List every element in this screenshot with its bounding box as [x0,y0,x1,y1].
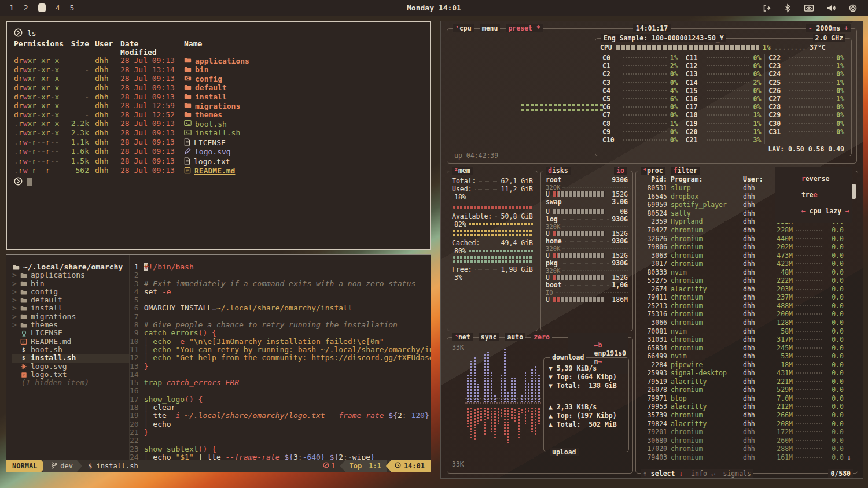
core-id: C13 [686,70,703,78]
tree-item-config[interactable]: >config [12,288,129,296]
process-row[interactable]: 79201chromiumdhh172M0.0 [641,428,854,437]
process-row[interactable]: 30680chromiumdhh260M0.0 [641,436,854,445]
net-auto-toggle[interactable]: auto [505,333,525,341]
process-row[interactable]: 32626chromiumdhh440M0.0 [641,234,854,243]
tree-item-themes[interactable]: >themes [12,321,129,329]
proc-scrollbar-thumb[interactable] [852,184,856,199]
tree-root[interactable]: ~/.local/share/omarchy [12,263,129,271]
process-name: chromium [671,344,740,352]
process-row[interactable]: 3063chromiumdhh473M0.0 [641,251,854,260]
process-mem: 221M [766,378,793,386]
process-row[interactable]: 31031chromiumdhh317M0.0 [641,335,854,344]
chevron-right-icon: > [12,313,17,321]
git-branch-label: dev [60,462,73,470]
process-name: chromium [671,302,740,310]
tab-net[interactable]: ³net [452,333,473,341]
code-token: # Exit immediately if a command exits wi… [144,279,416,288]
proc-sort-next-button[interactable]: → [845,207,849,215]
process-row[interactable]: 3017chromiumdhh423M0.0 [641,260,854,268]
code-line [144,437,431,445]
process-mem: 237M [766,293,793,301]
process-row[interactable]: 75316chromiumdhh200M0.0 [641,310,854,319]
core-grid: C01%C12%C20%C30%C44%C56%C60%C70%C81%C90%… [595,53,851,144]
proc-sort-prev-button[interactable]: ← [801,207,806,215]
bluetooth-icon[interactable] [784,3,792,13]
process-row[interactable]: 25993signal-desktopdhh431M0.0 [641,369,854,378]
process-row[interactable]: 65834chromiumdhh245M0.0 [641,343,854,352]
process-row[interactable]: 66499nvimdhh53M0.0 [641,352,854,361]
proc-tree-toggle[interactable]: tree [801,191,818,199]
btop-window[interactable]: ¹cpu menu preset * 14:01:17 - 2000ms + u… [440,21,863,479]
process-row[interactable]: 25213chromiumdhh488M0.0 [641,302,854,310]
tree-item-README.md[interactable]: README.md [12,338,129,346]
process-row[interactable]: 26078chromiumdhh529M0.0 [641,386,854,394]
net-prev-interface-button[interactable]: ←b [594,341,602,349]
logout-icon[interactable] [762,3,771,13]
process-row[interactable]: 70081nvimdhh58M0.0 [641,327,854,335]
prompt-line-2[interactable] [14,178,423,187]
process-row[interactable]: 79519alacrittydhh221M0.0 [641,378,854,386]
ls-permissions: drwxr-xr-x [14,84,61,93]
volume-icon[interactable] [826,3,836,13]
tree-item-logo.txt[interactable]: logo.txt [12,371,129,379]
process-row[interactable]: 80333nvimdhh48M0.0 [641,268,854,276]
code-line: show_subtext() { [144,445,431,453]
upload-scale-label: 33K [452,460,464,468]
tree-item-migrations[interactable]: >migrations [12,313,129,321]
disk-size: 930G [612,176,628,184]
core-percent: 2% [753,79,761,87]
process-row[interactable]: 35739chromiumdhh266M0.0 [641,411,854,420]
process-user: dhh [743,217,763,225]
tree-item-boot.sh[interactable]: $boot.sh [12,346,129,354]
net-zero-toggle[interactable]: zero [531,333,552,341]
process-mem: 48M [766,268,793,276]
tab-disks[interactable]: disks [546,167,571,175]
code-token: ${ [330,453,339,460]
settings-icon[interactable] [848,3,858,13]
screencast-icon[interactable] [804,3,814,13]
process-cpu: 0.0 [825,268,844,276]
proc-footer-keys: ↑ select ↓ info ↵ signals [641,469,753,478]
proc-filter-button[interactable]: filter [671,167,700,175]
code-token: "\n\e[31mOmarchy installation failed!\e[… [189,337,384,346]
process-row[interactable]: 2674alacrittydhh203M0.0 [641,285,854,294]
system-tray [762,3,868,13]
proc-reverse-toggle[interactable]: reverse [801,175,829,183]
process-row[interactable]: 70427chromiumdhh228M0.0 [641,226,854,235]
core-row: C110% [686,54,762,62]
tab-proc[interactable]: ⁴proc [641,167,665,175]
process-row[interactable]: 79403chromiumdhh161M0.0↓ [641,453,854,462]
tree-item-install.sh[interactable]: $install.sh [12,354,129,362]
process-row[interactable]: 79971btopdhh7.0M0.0 [641,394,854,403]
net-sync-toggle[interactable]: sync [479,333,499,341]
process-row[interactable]: 2284pipewiredhh18M0.0 [641,360,854,369]
terminal-window[interactable]: ls Permissions Size User Date Modified N… [6,21,431,250]
tree-item-LICENSE[interactable]: LICENSE [12,329,129,337]
process-cpu: 0.0 [825,260,844,268]
code-line: │ echo [144,420,431,428]
process-user: dhh [743,428,763,436]
process-row[interactable]: 53275chromiumdhh222M0.0 [641,276,854,285]
code-pane[interactable]: 123456789101112131415161718192021222324 … [130,255,431,460]
process-row[interactable]: 79824alacrittydhh208M0.0 [641,419,854,428]
process-row[interactable]: 79806chromiumdhh202M0.0 [641,243,854,252]
process-row[interactable]: 3066chromiumdhh128M0.0 [641,319,854,327]
tab-mem[interactable]: ²mem [452,167,473,175]
process-name: chromium [671,386,740,394]
disk-used-row: U152G [546,190,628,198]
tree-item-install[interactable]: >install [12,304,129,312]
file-name: logo.txt [194,158,230,167]
tree-item-bin[interactable]: >bin [12,280,129,288]
interval-decrease-button[interactable]: - [808,24,812,32]
tree-item-applications[interactable]: >applications [12,271,129,279]
tree-item-logo.svg[interactable]: logo.svg [12,363,129,371]
tab-io[interactable]: io [614,167,627,175]
interval-increase-button[interactable]: + [844,24,848,32]
process-row[interactable]: 79953alacrittydhh212M0.0 [641,402,854,411]
tree-item-default[interactable]: >default [12,296,129,304]
editor-window[interactable]: ~/.local/share/omarchy>applications>bin>… [6,254,431,472]
error-icon [323,462,329,470]
process-row[interactable]: 17020chromiumdhh288M0.0 [641,445,854,453]
process-row[interactable]: 79411chromiumdhh237M0.0 [641,293,854,302]
code-line: │ tte -i ~/.local/share/omarchy/logo.txt… [144,412,431,420]
